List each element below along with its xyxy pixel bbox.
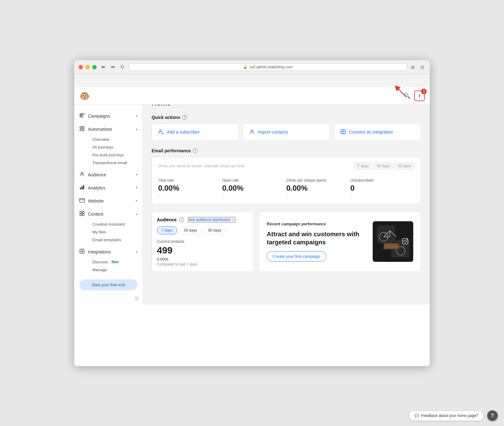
- sidebar-item-overview[interactable]: Overview: [87, 135, 143, 143]
- toggle-sidebar-button[interactable]: ⊞: [410, 64, 416, 70]
- sidebar-item-campaigns[interactable]: Campaigns ▾: [74, 110, 143, 122]
- click-rate-sub: --: [158, 193, 222, 198]
- time-button-7days[interactable]: 7 days: [354, 162, 372, 170]
- clicks-unique-sub: --: [286, 193, 351, 198]
- browser-chrome: ⬅ ➡ ↻ 🔒 us5.admin.mailchimp.com ⊞ ⊟: [74, 60, 430, 74]
- nav-section-analytics: Analytics ▾: [74, 182, 143, 194]
- audience-time-60days[interactable]: 60 days: [203, 226, 226, 234]
- click-rate-label: Click rate: [158, 178, 222, 183]
- svg-rect-4: [80, 117, 84, 117]
- sidebar-label-analytics: Analytics: [88, 185, 105, 190]
- refresh-button[interactable]: ↻: [119, 63, 126, 71]
- metric-click-rate: Click rate 0.00% --: [158, 178, 222, 198]
- sidebar-label-integrations: Integrations: [88, 249, 111, 254]
- sidebar-item-audience[interactable]: Audience ▾: [74, 169, 143, 181]
- start-trial-button[interactable]: Start your free trial: [79, 279, 138, 290]
- audience-time-buttons: 7 days 30 days 60 days: [152, 226, 254, 239]
- email-performance-time-buttons: 7 days 30 days 60 days: [354, 162, 414, 170]
- forward-button[interactable]: ➡: [109, 63, 116, 71]
- audience-info-icon: i: [179, 217, 184, 222]
- audience-time-30days[interactable]: 30 days: [179, 226, 201, 234]
- chevron-up-icon-content: ▴: [136, 212, 138, 216]
- audience-time-7days[interactable]: 7 days: [157, 226, 177, 234]
- see-audience-dashboard-button[interactable]: See audience dashboard →: [188, 217, 235, 223]
- clicks-unique-value: 0.00%: [286, 184, 351, 193]
- integrations-submenu: Discover New Manage: [74, 258, 143, 275]
- person-import-icon: [249, 129, 255, 135]
- sidebar-item-transactional-email[interactable]: Transactional email: [87, 159, 143, 167]
- campaign-cta-title: Attract and win customers with targeted …: [267, 230, 366, 246]
- import-contacts-label: Import contacts: [258, 130, 288, 135]
- svg-rect-17: [80, 214, 82, 216]
- lock-icon: 🔒: [243, 65, 248, 69]
- search-button[interactable]: 🔍: [404, 92, 410, 99]
- address-bar[interactable]: 🔒 us5.admin.mailchimp.com: [129, 63, 407, 71]
- contacts-value: 499: [157, 245, 249, 256]
- analytics-icon: [79, 184, 85, 191]
- contacts-pct: 0.00%: [157, 257, 249, 262]
- email-performance-notice: Once you send an email, data will show u…: [158, 164, 245, 168]
- quick-actions-title: Quick actions i: [152, 115, 421, 120]
- audience-header: Audience i See audience dashboard →: [152, 212, 254, 226]
- time-button-30days[interactable]: 30 days: [373, 162, 393, 170]
- sidebar-item-email-templates[interactable]: Email templates: [87, 236, 143, 244]
- sidebar-bottom: Start your free trial ◫: [74, 276, 143, 305]
- sidebar-item-discover[interactable]: Discover New: [87, 258, 143, 266]
- chevron-up-icon-integrations: ▴: [136, 250, 138, 254]
- sidebar-item-analytics[interactable]: Analytics ▾: [74, 182, 143, 194]
- content-submenu: Creative Assistant My files Email templa…: [74, 220, 143, 245]
- maximize-window-button[interactable]: [92, 65, 97, 69]
- sidebar-item-creative-assistant[interactable]: Creative Assistant: [87, 220, 143, 228]
- top-bar: 🐵 🔍 I 3: [74, 87, 430, 105]
- collapse-sidebar-button[interactable]: ◫: [135, 296, 139, 301]
- back-button[interactable]: ⬅: [100, 63, 106, 71]
- sidebar-item-automations[interactable]: Automations ▴: [74, 123, 143, 135]
- logo: 🐵: [79, 91, 90, 101]
- nav-section-website: Website ▾: [74, 195, 143, 207]
- avatar-button[interactable]: I 3: [414, 91, 425, 101]
- contacts-compare: Compared to last 7 days: [157, 262, 249, 267]
- svg-point-5: [80, 126, 82, 128]
- create-first-campaign-button[interactable]: Create your first campaign: [267, 251, 326, 262]
- svg-point-22: [160, 130, 162, 132]
- open-rate-value: 0.00%: [222, 184, 287, 193]
- top-bar-right: 🔍 I 3: [404, 91, 425, 101]
- sidebar-label-audience: Audience: [88, 172, 106, 177]
- recent-campaign-title: Recent campaign performance: [267, 222, 366, 226]
- nav-section-content: Content ▴ Creative Assistant My files Em…: [74, 208, 143, 245]
- current-contacts-label: Current contacts: [157, 239, 249, 244]
- connect-integration-label: Connect an integration: [349, 130, 393, 135]
- sidebar-item-manage[interactable]: Manage: [87, 266, 143, 274]
- svg-rect-12: [83, 185, 84, 189]
- time-button-60days[interactable]: 60 days: [395, 162, 414, 170]
- sidebar-item-website[interactable]: Website ▾: [74, 195, 143, 207]
- add-subscriber-button[interactable]: Add a subscriber: [152, 124, 239, 141]
- svg-point-25: [251, 130, 253, 132]
- performance-metrics: Click rate 0.00% -- Open rate 0.00% -- C…: [158, 178, 414, 198]
- chevron-down-icon-website: ▾: [136, 199, 138, 203]
- add-subscriber-label: Add a subscriber: [167, 130, 200, 135]
- split-view-button[interactable]: ⊟: [419, 64, 425, 70]
- sidebar-item-integrations[interactable]: Integrations ▴: [74, 246, 143, 258]
- svg-rect-18: [82, 214, 84, 216]
- minimize-window-button[interactable]: [85, 65, 90, 69]
- sidebar-item-my-files[interactable]: My files: [87, 228, 143, 236]
- svg-rect-11: [81, 186, 83, 189]
- email-performance-title: Email performance i: [152, 148, 421, 153]
- metric-open-rate: Open rate 0.00% --: [222, 178, 287, 198]
- campaign-image: [373, 221, 413, 262]
- close-window-button[interactable]: [79, 65, 83, 69]
- nav-section-integrations: Integrations ▴ Discover New Manage: [74, 246, 143, 275]
- audience-icon: [79, 171, 85, 178]
- chevron-down-icon: ▾: [136, 114, 138, 118]
- sidebar-item-prebuilt-journeys[interactable]: Pre-built journeys: [87, 151, 143, 159]
- unsubscribed-sub: --: [351, 193, 415, 198]
- sidebar-item-all-journeys[interactable]: All journeys: [87, 143, 143, 151]
- email-performance-info-icon: i: [193, 148, 198, 153]
- sidebar-label-content: Content: [88, 212, 103, 217]
- campaign-text: Recent campaign performance Attract and …: [267, 222, 366, 262]
- connect-integration-button[interactable]: Connect an integration: [334, 124, 421, 141]
- content-icon: [79, 211, 85, 218]
- sidebar-item-content[interactable]: Content ▴: [74, 208, 143, 220]
- import-contacts-button[interactable]: Import contacts: [243, 124, 330, 141]
